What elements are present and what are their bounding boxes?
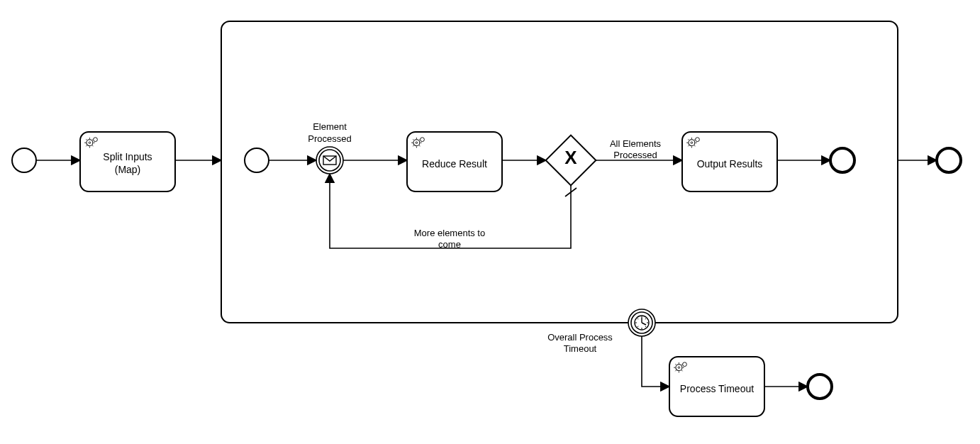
event-label: Element [313, 121, 347, 132]
edge-label: Processed [613, 150, 657, 160]
end-event-timeout[interactable] [808, 374, 832, 399]
gateway-x-icon: X [564, 147, 577, 168]
clock-icon [635, 316, 649, 330]
flow-timer-to-timeout-task [642, 336, 669, 387]
task-label: Reduce Result [422, 158, 487, 170]
edge-label: All Elements [610, 138, 662, 149]
task-split-inputs[interactable]: Split Inputs (Map) [80, 132, 175, 192]
svg-point-0 [12, 148, 36, 172]
end-event-outer[interactable] [937, 148, 961, 172]
message-icon [323, 156, 336, 165]
start-event-outer[interactable] [12, 148, 36, 172]
task-label: Output Results [697, 158, 763, 170]
event-label: Overall Process [547, 332, 613, 343]
task-label: Split Inputs [103, 151, 152, 162]
svg-point-14 [937, 148, 961, 172]
task-label: Process Timeout [680, 383, 754, 394]
start-event-inner[interactable] [245, 148, 269, 172]
end-event-inner[interactable] [830, 148, 854, 172]
event-element-processed[interactable] [316, 147, 343, 174]
svg-point-47 [830, 148, 854, 172]
task-label: (Map) [115, 164, 141, 175]
task-reduce-result[interactable]: Reduce Result [407, 132, 502, 192]
event-label: Processed [308, 133, 351, 144]
boundary-timer-event[interactable] [628, 309, 655, 336]
event-label: Timeout [564, 343, 597, 354]
task-process-timeout[interactable]: Process Timeout [669, 357, 764, 416]
edge-label: come [438, 239, 461, 250]
task-output-results[interactable]: Output Results [682, 132, 777, 192]
edge-label: More elements to [414, 228, 485, 238]
svg-point-18 [245, 148, 269, 172]
svg-point-79 [808, 374, 832, 399]
